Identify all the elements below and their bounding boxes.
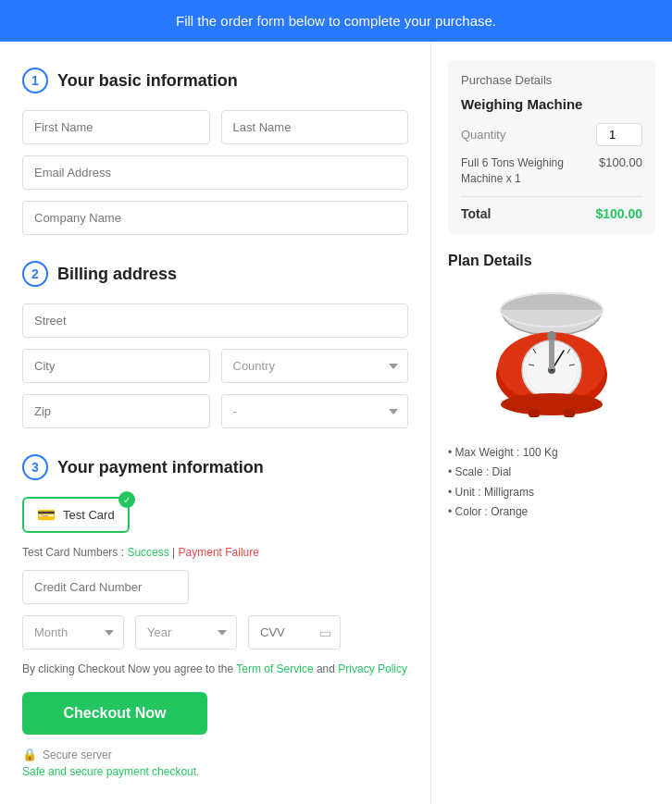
banner-text: Fill the order form below to complete yo… [176, 13, 496, 29]
checkout-button[interactable]: Checkout Now [22, 692, 207, 735]
product-desc: Full 6 Tons Weighing Machine x 1 [461, 155, 572, 187]
basic-info-header: 1 Your basic information [22, 68, 408, 93]
plan-details-section: Plan Details [448, 253, 655, 523]
cvv-wrapper: ▭ [248, 615, 341, 649]
terms-prefix: By clicking Checkout Now you agree to th… [22, 662, 236, 675]
cvv-icon: ▭ [319, 625, 331, 640]
credit-card-icon: 💳 [37, 506, 56, 524]
section-title-3: Your payment information [57, 458, 264, 477]
secure-label: Secure server [43, 748, 112, 761]
terms-link[interactable]: Term of Service [236, 662, 313, 675]
test-card-info: Test Card Numbers : Success | Payment Fa… [22, 546, 408, 559]
company-input[interactable] [22, 201, 408, 235]
plan-feature-item: Unit : Milligrams [448, 483, 655, 503]
email-row [22, 155, 408, 190]
state-select[interactable]: - [221, 394, 409, 428]
payment-header: 3 Your payment information [22, 454, 408, 480]
city-input[interactable] [22, 349, 210, 383]
svg-rect-14 [529, 410, 540, 417]
section-title-1: Your basic information [57, 71, 238, 91]
plan-feature-item: Max Weight : 100 Kg [448, 443, 655, 464]
test-card-prefix: Test Card Numbers : [22, 546, 127, 559]
expiry-cvv-row: Month Year ▭ [22, 615, 408, 649]
secure-sub-text: Safe and secure payment checkout. [22, 765, 408, 778]
street-row [22, 303, 408, 338]
zip-input[interactable] [22, 394, 210, 428]
company-row [22, 201, 408, 235]
email-input[interactable] [22, 155, 408, 190]
scale-image [468, 282, 635, 430]
quantity-row: Quantity [461, 123, 642, 146]
section-number-1: 1 [22, 68, 48, 93]
payment-section: 3 Your payment information 💳 Test Card ✓… [22, 454, 408, 778]
section-number-3: 3 [22, 454, 48, 480]
svg-point-13 [501, 393, 603, 415]
basic-info-section: 1 Your basic information [22, 68, 408, 235]
left-panel: 1 Your basic information 2 Billi [0, 42, 431, 804]
terms-text: By clicking Checkout Now you agree to th… [22, 661, 408, 677]
product-row: Full 6 Tons Weighing Machine x 1 $100.00 [461, 155, 642, 197]
plan-feature-item: Color : Orange [448, 502, 655, 523]
cc-row [22, 570, 408, 604]
total-row: Total $100.00 [461, 206, 642, 221]
section-title-2: Billing address [57, 265, 177, 284]
product-name: Weighing Machine [461, 96, 642, 112]
purchase-details-title: Purchase Details [461, 73, 642, 87]
terms-and: and [317, 662, 338, 675]
quantity-label: Quantity [461, 128, 505, 142]
product-price: $100.00 [599, 155, 642, 187]
test-failure-link[interactable]: Payment Failure [179, 546, 259, 559]
card-check-icon: ✓ [118, 491, 135, 508]
country-select[interactable]: Country [221, 349, 409, 383]
last-name-input[interactable] [221, 110, 409, 144]
first-name-input[interactable] [22, 110, 210, 144]
lock-icon: 🔒 [22, 748, 37, 761]
zip-state-row: - [22, 394, 408, 428]
month-select[interactable]: Month [22, 615, 124, 649]
total-label: Total [461, 206, 491, 221]
section-number-2: 2 [22, 261, 48, 287]
svg-rect-16 [549, 336, 554, 369]
test-success-link[interactable]: Success [127, 546, 168, 559]
quantity-input[interactable] [596, 123, 642, 146]
billing-section: 2 Billing address Country - [22, 261, 408, 428]
test-card-option[interactable]: 💳 Test Card ✓ [22, 497, 130, 533]
total-value: $100.00 [595, 206, 642, 221]
plan-features-list: Max Weight : 100 KgScale : DialUnit : Mi… [448, 443, 655, 523]
name-row [22, 110, 408, 144]
cc-number-input[interactable] [22, 570, 189, 604]
city-country-row: Country [22, 349, 408, 383]
privacy-link[interactable]: Privacy Policy [338, 662, 407, 675]
purchase-details-box: Purchase Details Weighing Machine Quanti… [448, 60, 655, 234]
svg-point-17 [547, 331, 556, 340]
card-label: Test Card [63, 508, 115, 522]
top-banner: Fill the order form below to complete yo… [0, 0, 672, 42]
secure-row: 🔒 Secure server [22, 748, 408, 761]
plan-details-title: Plan Details [448, 253, 655, 269]
year-select[interactable]: Year [135, 615, 237, 649]
street-input[interactable] [22, 303, 408, 338]
right-panel: Purchase Details Weighing Machine Quanti… [431, 42, 672, 804]
billing-header: 2 Billing address [22, 261, 408, 287]
svg-rect-15 [564, 410, 575, 417]
plan-feature-item: Scale : Dial [448, 463, 655, 483]
